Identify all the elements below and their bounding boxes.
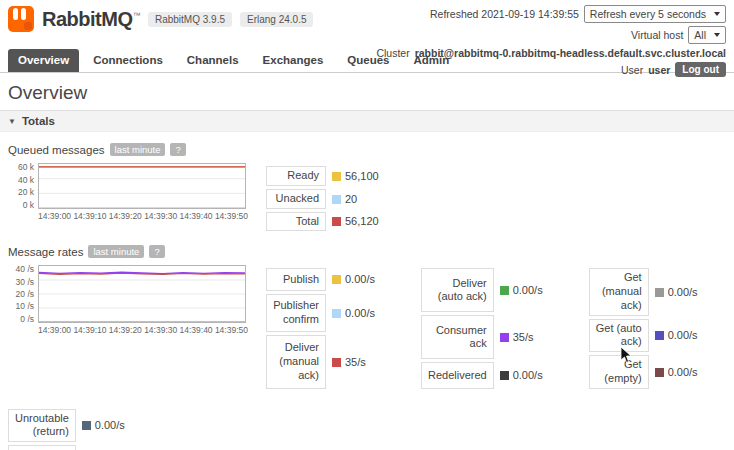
queued-messages-plot — [38, 163, 246, 209]
legend-label: Unroutable (return) — [8, 409, 76, 443]
series-swatch — [655, 331, 664, 340]
tab-connections[interactable]: Connections — [83, 49, 173, 72]
message-rates-chart: 40 /s 30 /s 20 /s 10 /s 0 /s 14:39:00 14… — [8, 265, 248, 335]
rates-legend-col-2: Deliver (auto ack) 0.00/s Consumer ack 3… — [421, 265, 549, 391]
legend-value: 0.00/s — [95, 419, 125, 431]
queued-messages-block: 60 k 40 k 20 k 0 k 14:39:00 14:39:10 14:… — [0, 161, 734, 234]
refreshed-timestamp: Refreshed 2021-09-19 14:39:55 — [430, 8, 579, 20]
chevron-down-icon — [714, 12, 720, 16]
user-label: User — [621, 64, 643, 76]
message-rates-title: Message rates — [8, 246, 83, 258]
page-title: Overview — [0, 73, 734, 110]
legend-label: Publisher confirm — [266, 294, 326, 332]
legend-label: Total — [266, 212, 326, 232]
series-swatch — [500, 371, 509, 380]
rates-help-icon[interactable]: ? — [149, 245, 164, 258]
rates-legend-columns: Publish 0.00/s Publisher confirm 0.00/s … — [266, 265, 704, 391]
legend-value: 56,100 — [345, 170, 379, 182]
legend-value: 0.00/s — [513, 284, 543, 296]
series-swatch — [332, 172, 341, 181]
legend-row: Total 56,120 — [266, 212, 385, 232]
queued-messages-title: Queued messages — [8, 144, 105, 156]
queued-messages-header: Queued messages last minute ? — [0, 132, 734, 161]
legend-label: Consumer ack — [421, 315, 494, 359]
rates-x-axis: 14:39:00 14:39:10 14:39:20 14:39:30 14:3… — [38, 325, 248, 335]
legend-value: 0.00/s — [513, 369, 543, 381]
virtual-host-select[interactable]: All — [688, 26, 726, 44]
legend-value: 0.00/s — [345, 273, 375, 285]
message-rates-plot — [38, 265, 246, 323]
legend-label: Deliver (manual ack) — [266, 335, 326, 389]
tab-overview[interactable]: Overview — [8, 49, 79, 72]
legend-label: Deliver (auto ack) — [421, 268, 494, 312]
totals-section-toggle[interactable]: ▼ Totals — [0, 110, 734, 132]
series-swatch — [500, 333, 509, 342]
cluster-name: rabbit@rabbitmq-0.rabbitmq-headless.defa… — [415, 47, 726, 59]
legend-row: Unacked 20 — [266, 189, 385, 209]
series-swatch — [332, 195, 341, 204]
queued-time-range-badge[interactable]: last minute — [110, 143, 166, 156]
queued-y-axis: 60 k 40 k 20 k 0 k — [8, 163, 38, 209]
brand-name: RabbitMQ™ — [42, 8, 140, 31]
legend-label: Unroutable (drop) — [8, 445, 76, 450]
status-area: Refreshed 2021-09-19 14:39:55 Refresh ev… — [376, 5, 726, 77]
queued-messages-chart: 60 k 40 k 20 k 0 k 14:39:00 14:39:10 14:… — [8, 163, 248, 221]
legend-label: Unacked — [266, 189, 326, 209]
rabbitmq-logo[interactable] — [8, 6, 34, 32]
legend-value: 0.00/s — [345, 307, 375, 319]
chevron-down-icon — [714, 33, 720, 37]
series-swatch — [332, 217, 341, 226]
cluster-label: Cluster — [376, 47, 409, 59]
legend-value: 35/s — [513, 331, 534, 343]
queued-x-axis: 14:39:00 14:39:10 14:39:20 14:39:30 14:3… — [38, 211, 248, 221]
tab-exchanges[interactable]: Exchanges — [253, 49, 334, 72]
collapse-caret-icon: ▼ — [8, 117, 16, 126]
legend-label: Get (manual ack) — [589, 268, 649, 315]
virtual-host-label: Virtual host — [631, 29, 683, 41]
legend-value: 0.00/s — [668, 366, 698, 378]
extra-rates-legend: Unroutable (return) 0.00/s Unroutable (d… — [8, 406, 131, 450]
legend-label: Get (auto ack) — [589, 319, 649, 353]
totals-section-label: Totals — [22, 115, 55, 127]
queued-help-icon[interactable]: ? — [170, 143, 185, 156]
series-swatch — [82, 421, 91, 430]
legend-value: 56,120 — [345, 215, 379, 227]
legend-label: Ready — [266, 166, 326, 186]
user-name: user — [648, 64, 670, 76]
series-swatch — [332, 275, 341, 284]
refresh-interval-select[interactable]: Refresh every 5 seconds — [584, 5, 726, 23]
erlang-version-badge: Erlang 24.0.5 — [240, 12, 314, 27]
series-swatch — [332, 309, 341, 318]
logout-button[interactable]: Log out — [675, 62, 726, 77]
rates-time-range-badge[interactable]: last minute — [88, 245, 144, 258]
rabbitmq-version-badge: RabbitMQ 3.9.5 — [148, 12, 232, 27]
series-swatch — [655, 368, 664, 377]
legend-value: 0.00/s — [668, 286, 698, 298]
rabbitmq-logo-icon — [8, 6, 34, 32]
series-swatch — [332, 358, 341, 367]
legend-value: 20 — [345, 193, 357, 205]
rates-legend-col-3: Get (manual ack) 0.00/s Get (auto ack) 0… — [589, 265, 704, 391]
trademark: ™ — [132, 11, 140, 20]
legend-value: 0.00/s — [668, 329, 698, 341]
message-rates-block: 40 /s 30 /s 20 /s 10 /s 0 /s 14:39:00 14… — [0, 263, 734, 391]
legend-value: 35/s — [345, 356, 366, 368]
legend-label: Redelivered — [421, 362, 494, 388]
series-swatch — [500, 286, 509, 295]
queued-legend: Ready 56,100 Unacked 20 Total 56,120 — [266, 163, 385, 234]
legend-label: Get (empty) — [589, 355, 649, 389]
legend-label: Publish — [266, 268, 326, 290]
top-bar: RabbitMQ™ RabbitMQ 3.9.5 Erlang 24.0.5 R… — [0, 0, 734, 40]
rates-y-axis: 40 /s 30 /s 20 /s 10 /s 0 /s — [8, 265, 38, 323]
tab-channels[interactable]: Channels — [177, 49, 249, 72]
message-rates-header: Message rates last minute ? — [0, 234, 734, 263]
legend-row: Ready 56,100 — [266, 166, 385, 186]
series-swatch — [655, 288, 664, 297]
rates-legend-col-1: Publish 0.00/s Publisher confirm 0.00/s … — [266, 265, 381, 391]
